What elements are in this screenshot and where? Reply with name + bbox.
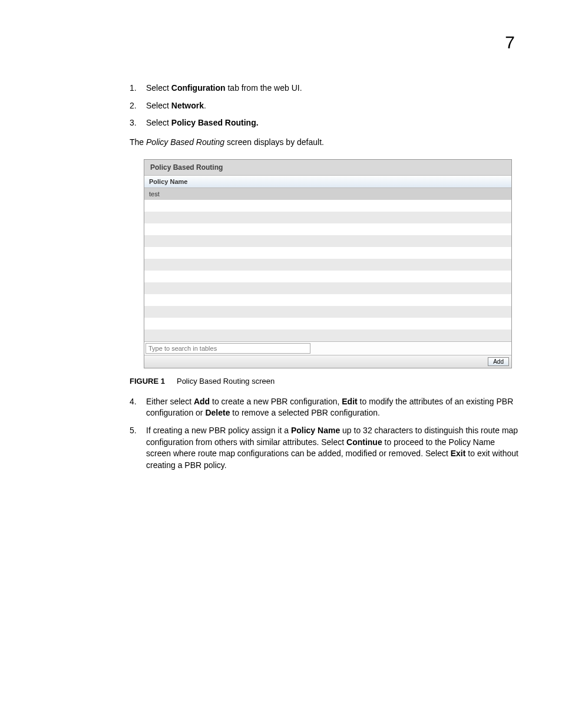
panel-footer: Add: [144, 355, 511, 368]
table-row[interactable]: [144, 247, 511, 259]
step-number: 2.: [130, 100, 146, 112]
table-row[interactable]: [144, 306, 511, 318]
table-row[interactable]: [144, 318, 511, 330]
step-number: 3.: [130, 117, 146, 129]
intro-line: The Policy Based Routing screen displays…: [130, 136, 518, 149]
steps-list-bottom: 4.Either select Add to create a new PBR …: [130, 396, 518, 472]
column-header-policy-name[interactable]: Policy Name: [144, 176, 511, 188]
steps-list-top: 1.Select Configuration tab from the web …: [130, 83, 518, 129]
step-text: Select Network.: [146, 100, 518, 112]
table-row[interactable]: [144, 200, 511, 212]
list-item: 3.Select Policy Based Routing.: [130, 117, 518, 129]
intro-post: screen displays by default.: [224, 137, 324, 147]
table-row[interactable]: [144, 271, 511, 282]
list-item: 1.Select Configuration tab from the web …: [130, 83, 518, 94]
step-text: Select Policy Based Routing.: [146, 117, 518, 129]
panel-title: Policy Based Routing: [144, 160, 511, 176]
step-text: If creating a new PBR policy assign it a…: [146, 425, 518, 471]
table-row[interactable]: [144, 235, 511, 247]
step-text: Select Configuration tab from the web UI…: [146, 83, 518, 94]
table-row[interactable]: [144, 282, 511, 294]
table-row[interactable]: [144, 212, 511, 223]
table-body: test: [144, 188, 511, 341]
intro-italic: Policy Based Routing: [146, 137, 224, 147]
figure-text: Policy Based Routing screen: [177, 377, 275, 386]
list-item: 4.Either select Add to create a new PBR …: [130, 396, 518, 419]
table-row[interactable]: [144, 223, 511, 235]
page-number: 7: [505, 32, 515, 52]
list-item: 5.If creating a new PBR policy assign it…: [130, 425, 518, 471]
figure-caption: FIGURE 1Policy Based Routing screen: [130, 377, 518, 386]
search-input[interactable]: [146, 343, 310, 354]
step-number: 4.: [130, 396, 146, 419]
intro-pre: The: [130, 137, 146, 147]
step-text: Either select Add to create a new PBR co…: [146, 396, 518, 419]
search-row: [144, 341, 511, 355]
figure-label: FIGURE 1: [130, 377, 165, 386]
step-number: 1.: [130, 83, 146, 94]
table-row[interactable]: [144, 259, 511, 271]
step-number: 5.: [130, 425, 146, 471]
list-item: 2.Select Network.: [130, 100, 518, 112]
screenshot-panel: Policy Based Routing Policy Name test Ad…: [144, 159, 512, 368]
table-row[interactable]: test: [144, 188, 511, 200]
table-row[interactable]: [144, 294, 511, 306]
add-button[interactable]: Add: [488, 357, 509, 366]
table-row[interactable]: [144, 330, 511, 341]
